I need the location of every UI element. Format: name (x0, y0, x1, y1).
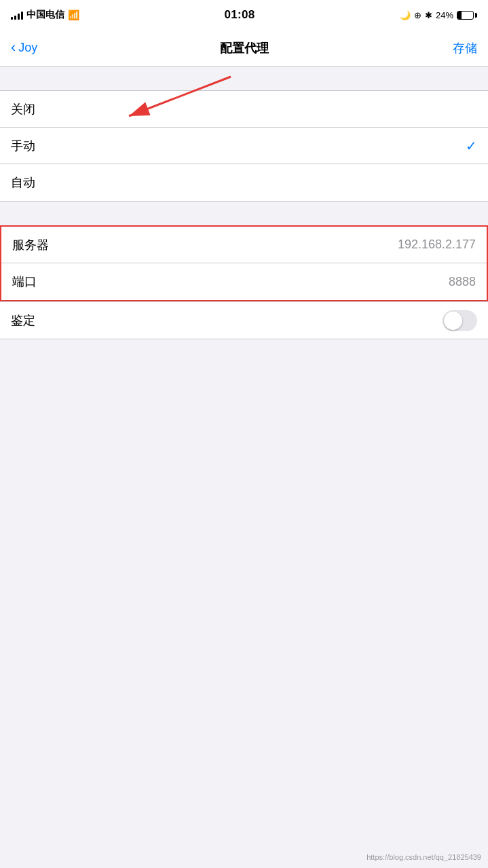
server-value: 192.168.2.177 (398, 238, 476, 252)
status-bar: 中国电信 📶 01:08 🌙 ⊕ ✱ 24% (0, 0, 488, 30)
server-label: 服务器 (12, 237, 49, 253)
carrier-label: 中国电信 (26, 9, 64, 21)
option-off-label: 关闭 (11, 101, 35, 117)
status-time: 01:08 (224, 8, 255, 22)
navigation-bar: ‹ Joy 配置代理 存储 (0, 30, 488, 67)
watermark: https://blog.csdn.net/qq_21825439 (367, 853, 481, 861)
battery-percent: 24% (436, 10, 453, 20)
toggle-knob (444, 312, 462, 330)
chevron-left-icon: ‹ (11, 40, 16, 55)
proxy-options-group: 关闭 手动 ✓ 自动 (0, 90, 488, 202)
port-label: 端口 (12, 273, 37, 290)
wifi-icon: 📶 (68, 10, 79, 20)
save-button[interactable]: 存储 (453, 40, 477, 56)
port-row[interactable]: 端口 8888 (1, 263, 487, 300)
footer-area (0, 339, 488, 611)
auth-label: 鉴定 (11, 312, 35, 328)
back-button[interactable]: ‹ Joy (11, 41, 37, 55)
selected-checkmark: ✓ (466, 138, 477, 154)
page-title: 配置代理 (220, 40, 269, 56)
bluetooth-icon: ✱ (425, 10, 432, 20)
auth-toggle[interactable] (443, 310, 477, 331)
port-value: 8888 (449, 275, 476, 289)
option-manual[interactable]: 手动 ✓ (0, 128, 488, 164)
option-off[interactable]: 关闭 (0, 91, 488, 128)
server-settings-group: 服务器 192.168.2.177 端口 8888 (0, 225, 488, 301)
back-label: Joy (18, 41, 37, 55)
auth-group: 鉴定 (0, 301, 488, 339)
battery-icon (457, 11, 477, 20)
signal-icon (11, 10, 23, 20)
top-separator (0, 67, 488, 90)
server-row[interactable]: 服务器 192.168.2.177 (1, 227, 487, 263)
auth-row: 鉴定 (0, 302, 488, 339)
option-auto[interactable]: 自动 (0, 164, 488, 201)
status-left: 中国电信 📶 (11, 9, 79, 21)
proxy-options-container: 关闭 手动 ✓ 自动 (0, 90, 488, 202)
status-right: 🌙 ⊕ ✱ 24% (400, 10, 477, 20)
location-icon: ⊕ (414, 10, 421, 20)
middle-separator (0, 202, 488, 225)
option-manual-label: 手动 (11, 138, 35, 154)
option-auto-label: 自动 (11, 174, 35, 191)
moon-icon: 🌙 (400, 10, 411, 20)
